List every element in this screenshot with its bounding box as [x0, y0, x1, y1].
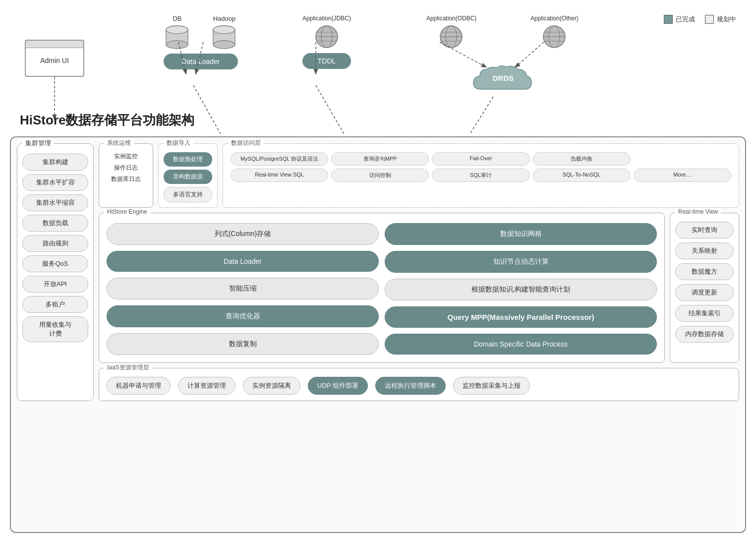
cluster-item-7[interactable]: 多租户	[22, 296, 88, 313]
drds-cloud: DRDS	[466, 62, 540, 99]
access-item-6[interactable]: SQL审计	[432, 169, 529, 182]
realtime-item-2[interactable]: 数据魔方	[675, 263, 734, 280]
access-item-5[interactable]: 访问控制	[331, 169, 429, 182]
tddl-button[interactable]: TDDL	[302, 53, 351, 69]
access-item-4[interactable]: Real-time View SQL	[231, 169, 328, 182]
hadoop-cylinder-svg	[211, 24, 238, 51]
legend-completed-label: 已完成	[676, 15, 695, 24]
svg-text:DRDS: DRDS	[493, 74, 514, 82]
engine-right-0[interactable]: 数据知识网格	[385, 223, 657, 245]
cluster-item-1[interactable]: 集群水平扩容	[22, 174, 88, 191]
sys-ops-item-2[interactable]: 数据库日志	[104, 175, 148, 183]
realtime-items: 实时查询 关系映射 数据魔方 调度更新 结果集索引 内存数据存储	[675, 222, 734, 343]
hadoop-label: Hadoop	[213, 15, 236, 22]
svg-line-29	[316, 85, 357, 134]
engine-grid: 列式(Column)存储 Data Loader 智能压缩 查询优化器 数据复制…	[107, 223, 657, 355]
access-item-7[interactable]: SQL-To-NoSQL	[533, 169, 631, 182]
engine-left-3[interactable]: 查询优化器	[107, 305, 379, 327]
app-other-label: Application(Other)	[530, 15, 579, 22]
sys-ops-title: 系统运维	[104, 139, 134, 147]
engine-right-1[interactable]: 知识节点动态计算	[385, 251, 657, 273]
realtime-item-0[interactable]: 实时查询	[675, 222, 734, 238]
cluster-item-4[interactable]: 路由规则	[22, 235, 88, 252]
data-import-light-0[interactable]: 多语言支持	[164, 187, 212, 202]
engine-right-3[interactable]: Query MPP(Massively Parallel Processor)	[385, 306, 657, 328]
data-access-row1: MySQL/PostgreSQL 协议及语法 查询语句MPP Fail-Over…	[231, 152, 731, 166]
realtime-item-1[interactable]: 关系映射	[675, 242, 734, 259]
access-item-8[interactable]: More…	[634, 169, 731, 182]
app-jdbc-group: Application(JDBC) TDDL	[302, 15, 351, 69]
realtime-panel-title: Real-time View	[675, 208, 721, 215]
legend: 已完成 规划中	[664, 15, 736, 24]
mgmt-row: 系统运维 实例监控 操作日志 数据库日志 数据导入 数据预处理 异构数据源	[99, 143, 739, 208]
access-item-3[interactable]: 负载均衡	[533, 152, 631, 166]
data-loader-label: Data Loader	[181, 58, 220, 65]
app-odbc-label: Application(ODBC)	[426, 15, 476, 22]
db-label: DB	[173, 15, 181, 22]
cluster-management-panel: 集群管理 集群构建 集群水平扩容 集群水平缩容 数据负载 路由规则 服务QoS …	[17, 143, 94, 401]
cluster-item-6[interactable]: 开放API	[22, 276, 88, 293]
access-item-1[interactable]: 查询语句MPP	[331, 152, 429, 166]
globe-odbc-svg	[438, 23, 465, 51]
svg-point-3	[166, 26, 188, 34]
app-other-group: Application(Other)	[530, 15, 579, 51]
iaas-dark-0[interactable]: UDP 组件部署	[308, 377, 368, 395]
iaas-light-2[interactable]: 实例资源隔离	[243, 377, 300, 395]
iaas-light-3[interactable]: 监控数据采集与上报	[453, 377, 530, 395]
engine-right-4[interactable]: Domain Specific Data Process	[385, 334, 657, 355]
data-import-dark-1[interactable]: 异构数据源	[164, 170, 212, 184]
data-loader-button[interactable]: Data Loader	[164, 54, 238, 69]
iaas-dark-1[interactable]: 远程执行管理脚本	[375, 377, 446, 395]
data-import-dark-0[interactable]: 数据预处理	[164, 152, 212, 167]
iaas-light-0[interactable]: 机器申请与管理	[107, 377, 171, 395]
realtime-item-4[interactable]: 结果集索引	[675, 305, 734, 322]
engine-panel: HiStore Engine 列式(Column)存储 Data Loader …	[99, 213, 665, 363]
svg-point-7	[213, 26, 235, 34]
svg-point-6	[213, 41, 235, 49]
hadoop-icon: Hadoop	[211, 15, 238, 51]
cluster-item-3[interactable]: 数据负载	[22, 215, 88, 232]
legend-planned-label: 规划中	[717, 15, 736, 24]
engine-left-0[interactable]: 列式(Column)存储	[107, 223, 379, 245]
iaas-light-1[interactable]: 计算资源管理	[178, 377, 235, 395]
arch-frame: 集群管理 集群构建 集群水平扩容 集群水平缩容 数据负载 路由规则 服务QoS …	[10, 136, 746, 533]
sys-ops-panel: 系统运维 实例监控 操作日志 数据库日志	[99, 143, 153, 208]
top-panels-row: 集群管理 集群构建 集群水平扩容 集群水平缩容 数据负载 路由规则 服务QoS …	[17, 143, 739, 401]
engine-left-1[interactable]: Data Loader	[107, 251, 379, 272]
access-item-2[interactable]: Fail-Over	[432, 152, 529, 166]
cluster-item-0[interactable]: 集群构建	[22, 154, 88, 171]
realtime-item-5[interactable]: 内存数据存储	[675, 326, 734, 343]
svg-point-2	[166, 41, 188, 49]
cluster-panel-title: 集群管理	[22, 139, 54, 148]
iaas-title: IaaS资源管理层	[104, 363, 152, 372]
engine-left-4[interactable]: 数据复制	[107, 333, 379, 355]
globe-other-svg	[541, 23, 568, 51]
data-import-title: 数据导入	[164, 139, 193, 147]
top-diagram: Admin UI DB Hadoop	[10, 10, 746, 134]
db-icon: DB	[164, 15, 191, 51]
legend-planned: 规划中	[705, 15, 736, 24]
data-access-row2: Real-time View SQL 访问控制 SQL审计 SQL-To-NoS…	[231, 169, 731, 182]
cluster-item-2[interactable]: 集群水平缩容	[22, 194, 88, 211]
cluster-item-5[interactable]: 服务QoS	[22, 255, 88, 272]
sys-ops-item-0[interactable]: 实例监控	[104, 152, 148, 161]
engine-left-2[interactable]: 智能压缩	[107, 278, 379, 299]
main-container: Admin UI DB Hadoop	[0, 0, 756, 535]
legend-completed: 已完成	[664, 15, 695, 24]
engine-realtime-row: HiStore Engine 列式(Column)存储 Data Loader …	[99, 213, 739, 363]
legend-planned-box	[705, 15, 714, 24]
realtime-item-3[interactable]: 调度更新	[675, 284, 734, 301]
app-odbc-group: Application(ODBC)	[426, 15, 476, 51]
realtime-view-panel: Real-time View 实时查询 关系映射 数据魔方 调度更新 结果集索引…	[670, 213, 739, 363]
engine-right: 数据知识网格 知识节点动态计算 根据数据知识,构建智能查询计划 Query MP…	[385, 223, 657, 355]
admin-ui-label: Admin UI	[40, 57, 69, 64]
main-title: HiStore数据存储平台功能架构	[20, 112, 194, 129]
access-item-0[interactable]: MySQL/PostgreSQL 协议及语法	[231, 152, 328, 166]
sys-ops-item-1[interactable]: 操作日志	[104, 164, 148, 172]
data-import-panel: 数据导入 数据预处理 异构数据源 多语言支持	[158, 143, 218, 208]
app-jdbc-label: Application(JDBC)	[302, 15, 351, 22]
engine-right-2[interactable]: 根据数据知识,构建智能查询计划	[385, 279, 657, 300]
cluster-item-8[interactable]: 用量收集与 计费	[22, 316, 88, 342]
engine-left: 列式(Column)存储 Data Loader 智能压缩 查询优化器 数据复制	[107, 223, 379, 355]
db-group: DB Hadoop	[164, 15, 238, 69]
